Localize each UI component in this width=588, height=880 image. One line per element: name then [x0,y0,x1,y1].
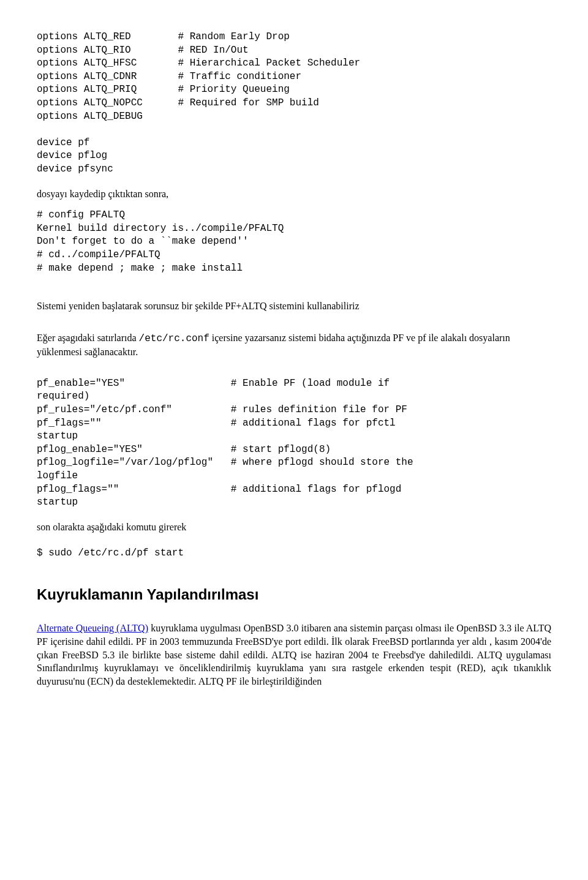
rcconf-paragraph: Eğer aşagıdaki satırlarıda /etc/rc.conf … [37,331,551,359]
final-command-note: son olarakta aşağıdaki komutu girerek [37,521,551,534]
section-heading: Kuyruklamanın Yapılandırılması [37,585,551,604]
save-file-note: dosyayı kaydedip çıktıktan sonra, [37,187,551,201]
altq-paragraph: Alternate Queueing (ALTQ) kuyruklama uyg… [37,622,551,688]
altq-link[interactable]: Alternate Queueing (ALTQ) [37,623,148,633]
pf-start-command: $ sudo /etc/rc.d/pf start [37,547,551,560]
restart-paragraph: Sistemi yeniden başlatarak sorunsuz bir … [37,299,551,313]
config-build-code: # config PFALTQ Kernel build directory i… [37,209,551,275]
rcconf-code: pf_enable="YES" # Enable PF (load module… [37,377,551,510]
rcconf-text-pre: Eğer aşagıdaki satırlarıda [37,333,139,343]
rcconf-path: /etc/rc.conf [139,333,209,344]
kernel-options-code: options ALTQ_RED # Random Early Drop opt… [37,31,551,176]
